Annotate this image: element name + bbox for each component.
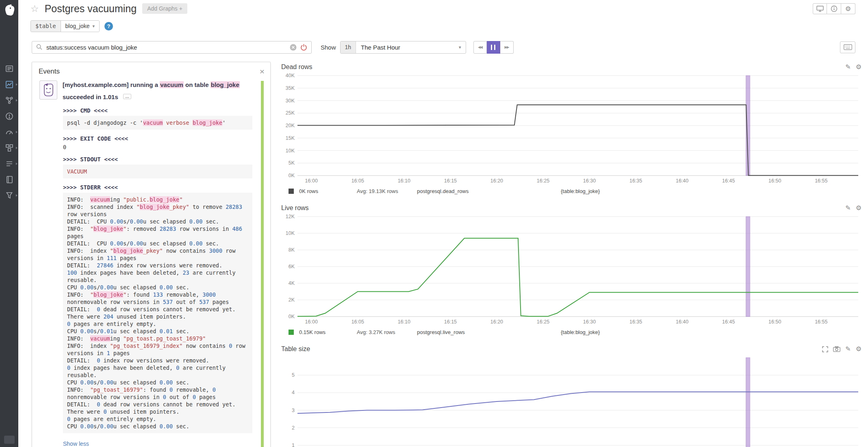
event-sections: >>>> CMD <<<< psql -d djangodogz -c 'vac… (63, 107, 252, 433)
search-icon (36, 44, 43, 50)
sidebar (0, 0, 18, 447)
svg-text:25K: 25K (286, 110, 295, 116)
show-less-link[interactable]: Show less (63, 440, 252, 447)
help-button[interactable]: ? (104, 22, 113, 30)
chevron-down-icon: ▾ (459, 45, 461, 50)
page-title: Postgres vacuuming (45, 3, 137, 15)
svg-text:16:25: 16:25 (537, 319, 549, 325)
sidebar-item-notebooks[interactable] (5, 175, 14, 184)
svg-text:16:05: 16:05 (352, 178, 364, 184)
flyout-caret-icon (16, 163, 17, 165)
rewind-button[interactable]: ◀◀ (473, 41, 487, 54)
add-graphs-button[interactable]: Add Graphs + (142, 3, 187, 14)
svg-text:16:55: 16:55 (815, 319, 827, 325)
sidebar-item-metrics[interactable] (5, 128, 14, 137)
svg-text:1: 1 (292, 443, 295, 447)
svg-text:16:00: 16:00 (305, 178, 318, 184)
svg-text:16:15: 16:15 (444, 319, 457, 325)
legend-swatch (289, 189, 294, 194)
sidebar-item-logs[interactable] (5, 191, 14, 200)
svg-text:16:25: 16:25 (537, 178, 549, 184)
search-input[interactable] (46, 44, 286, 51)
chart-live-rows: Live rows✎⚙0K2K4K6K8K10K12K16:0016:0516:… (281, 203, 861, 336)
expand-button[interactable] (822, 346, 828, 352)
template-variable-row: $table blog_joke ▾ ? (18, 17, 868, 35)
favorite-star-icon[interactable]: ☆ (30, 4, 39, 13)
event-title[interactable]: [myhost.example.com] running a vacuum on… (63, 80, 240, 90)
events-panel: Events × [myhost (32, 62, 271, 447)
sidebar-item-dashboards[interactable] (5, 80, 14, 89)
chart-plot-table-size[interactable]: 1234516:0016:0516:1016:1516:2016:2516:30… (281, 355, 861, 447)
tv-mode-button[interactable] (813, 3, 827, 14)
pause-button[interactable] (487, 41, 500, 54)
close-icon[interactable]: × (260, 67, 265, 76)
stdout-value: VACUUM (67, 168, 87, 175)
chart-legend-live-rows: 0.15K rowsAvg: 3.27K rowspostgresql.live… (281, 328, 861, 336)
svg-text:3: 3 (292, 408, 295, 413)
svg-text:16:50: 16:50 (768, 178, 781, 184)
cmd-segment: verbose (163, 119, 193, 126)
svg-text:16:40: 16:40 (676, 178, 688, 184)
svg-text:16:00: 16:00 (305, 319, 318, 325)
cmd-segment: ' (222, 119, 226, 126)
gear-button[interactable]: ⚙ (856, 346, 861, 352)
svg-text:16:10: 16:10 (398, 178, 410, 184)
keyboard-shortcuts-button[interactable] (840, 41, 855, 53)
time-range-select[interactable]: 1h The Past Hour ▾ (340, 41, 466, 54)
legend-swatch (289, 330, 294, 335)
events-header: Events × (32, 62, 270, 79)
chart-header-dead-rows: Dead rows✎⚙ (281, 62, 861, 72)
gear-icon: ⚙ (856, 205, 861, 211)
sidebar-item-events[interactable] (5, 64, 14, 73)
pencil-button[interactable]: ✎ (845, 346, 851, 352)
event-footer: Show less Thu Jan 18 2018 16:47:02 GMT-0… (63, 440, 252, 447)
title-text: [myhost.example.com] running a (63, 81, 160, 88)
settings-gear-button[interactable]: ⚙ (841, 3, 855, 14)
flyout-caret-icon (16, 131, 17, 133)
gear-icon: ⚙ (856, 346, 861, 352)
gear-button[interactable]: ⚙ (856, 64, 861, 70)
expand-ellipsis-icon[interactable]: … (123, 94, 131, 99)
info-button[interactable] (827, 3, 841, 14)
legend-current-value: 0K rows (299, 188, 357, 194)
chart-plot-dead-rows[interactable]: 0K5K10K15K20K25K30K35K40K16:0016:0516:10… (281, 73, 861, 186)
gear-icon: ⚙ (845, 5, 851, 13)
event-status-success-bar (261, 81, 264, 447)
gear-button[interactable]: ⚙ (856, 205, 861, 211)
forward-button[interactable]: ▶▶ (500, 41, 514, 54)
time-range-short: 1h (341, 41, 356, 53)
main-area: ☆ Postgres vacuuming Add Graphs + ⚙ $tab… (18, 0, 868, 447)
svg-text:40K: 40K (286, 73, 295, 78)
svg-text:16:20: 16:20 (490, 319, 503, 325)
highlighted-term: vacuum (160, 81, 184, 88)
svg-text:10K: 10K (286, 230, 295, 236)
event-head: [myhost.example.com] running a vacuum on… (39, 80, 252, 102)
sidebar-item-monitors[interactable] (5, 112, 14, 121)
event-item: [myhost.example.com] running a vacuum on… (32, 79, 270, 447)
clear-search-icon[interactable] (290, 44, 297, 51)
chart-actions: ✎⚙ (845, 64, 861, 70)
stderr-section-label: >>>> STDERR <<<< (63, 184, 252, 191)
legend-scope: {table:blog_joke} (561, 329, 600, 335)
datadog-logo-icon[interactable] (0, 0, 18, 19)
pencil-button[interactable]: ✎ (845, 64, 851, 70)
flyout-caret-icon (16, 83, 17, 86)
sidebar-user-menu[interactable] (4, 436, 15, 444)
template-variable-select[interactable]: blog_joke ▾ (61, 21, 99, 32)
flyout-caret-icon (16, 194, 17, 197)
pencil-button[interactable]: ✎ (845, 205, 851, 211)
camera-button[interactable] (833, 346, 840, 352)
chart-plot-live-rows[interactable]: 0K2K4K6K8K10K12K16:0016:0516:1016:1516:2… (281, 214, 861, 327)
sidebar-item-apm[interactable] (5, 159, 14, 168)
cmd-code-block: psql -d djangodogz -c 'vacuum verbose bl… (63, 116, 252, 130)
sidebar-nav (5, 64, 14, 200)
chart-title: Dead rows (281, 63, 312, 71)
sidebar-item-integrations[interactable] (5, 143, 14, 152)
flyout-caret-icon (16, 99, 17, 102)
chart-header-live-rows: Live rows✎⚙ (281, 203, 861, 213)
svg-text:30K: 30K (286, 98, 295, 104)
legend-average: Avg: 19.13K rows (357, 188, 417, 194)
sidebar-item-infrastructure[interactable] (5, 96, 14, 105)
live-search-power-icon[interactable] (300, 43, 307, 51)
svg-text:4K: 4K (289, 280, 295, 286)
